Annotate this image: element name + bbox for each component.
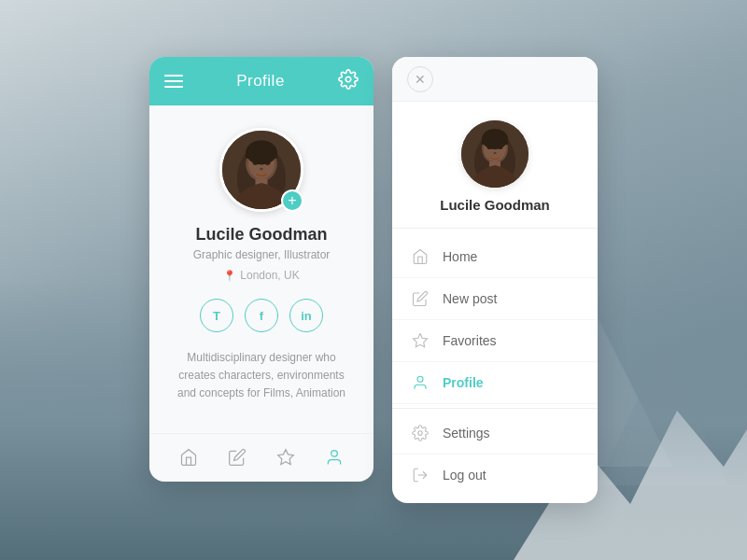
linkedin-button[interactable]: in [289,299,323,332]
social-icons: T f in [200,299,323,332]
footer-home-icon[interactable] [172,441,205,474]
home-icon [411,247,430,266]
header-title: Profile [236,72,285,91]
svg-point-18 [494,152,497,154]
settings-icon [411,424,430,442]
menu-item-home[interactable]: Home [392,236,598,278]
svg-point-17 [499,146,503,149]
logout-icon [411,466,430,484]
svg-marker-20 [414,334,428,347]
menu-item-logout[interactable]: Log out [392,455,598,496]
phone-header: Profile [149,57,374,105]
svg-marker-9 [278,450,294,465]
user-name: Lucile Goodman [195,225,327,245]
menu-profile-section: Lucile Goodman [392,102,598,229]
menu-header: ✕ [392,57,598,102]
svg-point-5 [253,161,259,165]
menu-divider [392,408,598,409]
footer-star-icon[interactable] [269,441,303,474]
footer-profile-icon[interactable] [317,441,351,474]
menu-item-settings-label: Settings [443,426,490,441]
facebook-button[interactable]: f [245,299,278,332]
menu-item-logout-label: Log out [443,468,486,483]
svg-point-21 [417,376,423,382]
star-icon [411,331,430,350]
menu-avatar [461,120,529,188]
hamburger-icon[interactable] [164,75,183,88]
menu-item-settings[interactable]: Settings [392,413,598,455]
gear-icon[interactable] [338,69,359,93]
ui-container: Profile [149,57,598,503]
menu-item-favorites-label: Favorites [443,333,497,348]
phone-footer [149,433,374,482]
phone-card: Profile [149,57,374,482]
user-bio: Multidisciplinary designer who creates c… [164,349,359,403]
menu-item-new-post[interactable]: New post [392,278,598,320]
avatar-add-button[interactable]: + [281,189,303,212]
person-icon [411,373,430,392]
user-location: 📍 London, UK [223,269,299,282]
close-button[interactable]: ✕ [407,66,433,92]
phone-body: + Lucile Goodman Graphic designer, Illus… [149,105,374,433]
twitter-button[interactable]: T [200,299,233,332]
menu-nav: Home New post Favorites [392,229,598,503]
menu-item-profile[interactable]: Profile [392,362,598,404]
menu-item-new-post-label: New post [443,291,497,306]
menu-user-name: Lucile Goodman [440,197,550,213]
location-icon: 📍 [223,270,236,282]
menu-card: ✕ Lucile Goodman [392,57,598,503]
avatar-wrapper: + [219,128,303,212]
menu-item-home-label: Home [443,249,477,264]
edit-icon [411,289,430,308]
menu-item-profile-label: Profile [443,375,484,390]
svg-point-10 [331,451,338,457]
svg-point-16 [487,146,492,149]
user-role: Graphic designer, Illustrator [193,248,331,261]
footer-edit-icon[interactable] [220,441,254,474]
svg-point-22 [418,431,423,436]
svg-point-6 [265,161,271,165]
svg-point-7 [260,168,263,171]
menu-item-favorites[interactable]: Favorites [392,320,598,362]
